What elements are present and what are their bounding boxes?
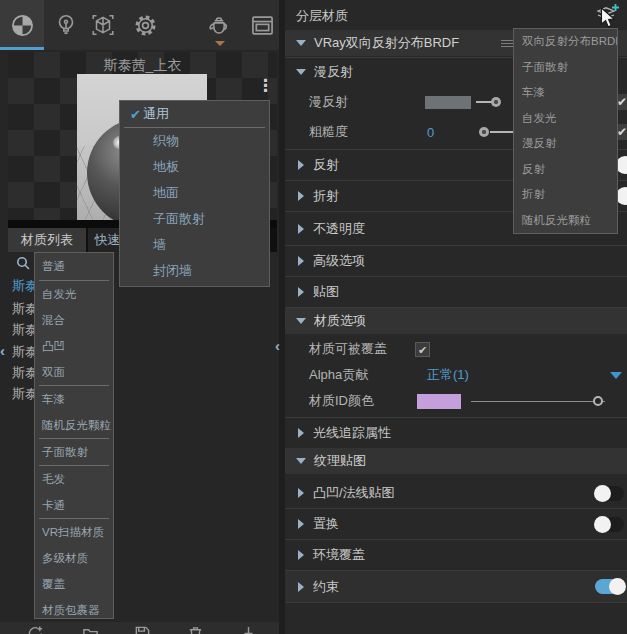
expand-triangle-icon[interactable]	[298, 519, 304, 529]
menu-item[interactable]: 随机反光颗粒	[514, 208, 617, 234]
tool-settings[interactable]	[123, 0, 167, 50]
menu-item[interactable]: 卡通	[35, 492, 113, 518]
alpha-label: Alpha贡献	[309, 366, 368, 384]
open-folder-icon[interactable]	[82, 625, 99, 634]
collapse-triangle-icon[interactable]	[296, 318, 306, 324]
displacement-toggle[interactable]	[595, 517, 624, 532]
section-label: 置换	[313, 515, 339, 533]
menu-item[interactable]: 毛发	[35, 466, 113, 492]
expand-triangle-icon[interactable]	[298, 550, 304, 560]
render-dropdown-caret[interactable]	[215, 41, 225, 46]
menu-item[interactable]: 漫反射	[514, 131, 617, 157]
section-label: 反射	[313, 156, 339, 174]
menu-item[interactable]: 车漆	[514, 80, 617, 106]
alpha-dropdown-chevron-icon[interactable]	[610, 372, 622, 379]
menu-item[interactable]: VR扫描材质	[35, 519, 113, 545]
material-id-color-swatch[interactable]	[417, 394, 461, 409]
expand-triangle-icon[interactable]	[298, 160, 304, 170]
section-raytrace[interactable]: 光线追踪属性	[285, 418, 627, 448]
expand-triangle-icon[interactable]	[298, 256, 304, 266]
collapse-triangle-icon[interactable]	[296, 40, 306, 46]
collapse-triangle-icon[interactable]	[296, 69, 306, 75]
menu-item[interactable]: 普通	[35, 253, 113, 280]
roughness-slider-track[interactable]	[490, 131, 514, 133]
section-environment-override[interactable]: 环境覆盖	[285, 540, 627, 570]
save-icon[interactable]	[134, 625, 151, 634]
expand-triangle-icon[interactable]	[298, 582, 304, 592]
collapse-right-panel-icon[interactable]: ‹	[275, 337, 280, 354]
tool-material-ball[interactable]	[0, 0, 44, 50]
delete-trash-icon[interactable]	[187, 625, 204, 634]
light-bulb-icon	[53, 12, 79, 38]
diffuse-label: 漫反射	[309, 93, 348, 111]
section-displacement[interactable]: 置换	[285, 509, 627, 539]
menu-item[interactable]: 材质包裹器	[35, 597, 113, 623]
section-material-options-header[interactable]: 材质选项	[285, 308, 627, 334]
menu-item[interactable]: 墙	[120, 232, 269, 258]
tab-material-list[interactable]: 材质列表	[8, 228, 86, 252]
menu-item[interactable]: 凸凹	[35, 333, 113, 359]
menu-item[interactable]: 多级材质	[35, 545, 113, 571]
menu-item[interactable]: 双向反射分布BRDF	[514, 29, 617, 55]
roughness-label: 粗糙度	[309, 123, 348, 141]
menu-item[interactable]: 地面	[120, 180, 269, 206]
override-label: 材质可被覆盖	[309, 340, 387, 358]
add-material-icon[interactable]	[27, 625, 44, 634]
menu-item[interactable]: 随机反光颗粒	[35, 412, 113, 438]
panel-title: 分层材质	[296, 7, 348, 25]
tool-render-window[interactable]	[240, 0, 284, 50]
purge-broom-icon[interactable]	[240, 625, 257, 634]
roughness-slider-handle[interactable]	[479, 127, 489, 137]
expand-triangle-icon[interactable]	[298, 287, 304, 297]
section-bump[interactable]: 凸凹/法线贴图	[285, 478, 627, 508]
material-ball-icon	[9, 12, 36, 39]
top-toolbar	[0, 0, 279, 50]
bump-toggle[interactable]	[595, 486, 624, 501]
alpha-value-dropdown[interactable]: 正常(1)	[427, 366, 469, 384]
collapse-triangle-icon[interactable]	[296, 458, 306, 464]
roughness-value[interactable]: 0	[427, 125, 434, 140]
tool-render[interactable]	[197, 0, 241, 50]
material-id-label: 材质ID颜色	[309, 392, 374, 410]
expand-triangle-icon[interactable]	[298, 224, 304, 234]
section-label: 不透明度	[313, 220, 365, 238]
settings-gear-icon	[132, 12, 159, 39]
diffuse-color-swatch[interactable]	[425, 96, 471, 109]
menu-item[interactable]: 折射	[514, 182, 617, 208]
expand-triangle-icon[interactable]	[298, 428, 304, 438]
material-id-slider-track[interactable]	[471, 401, 605, 402]
menu-item[interactable]: 双面	[35, 359, 113, 385]
override-checkbox[interactable]: ✔	[415, 342, 430, 357]
menu-item[interactable]: 地板	[120, 154, 269, 180]
menu-item-checked[interactable]: ✔ 通用	[120, 101, 269, 127]
menu-item[interactable]: 自发光	[35, 281, 113, 307]
menu-item[interactable]: 封闭墙	[120, 258, 269, 284]
menu-item[interactable]: 混合	[35, 307, 113, 333]
preview-options-dots-icon[interactable]: ⋮	[257, 82, 274, 90]
material-id-slider-handle[interactable]	[593, 396, 603, 406]
material-id-row: 材质ID颜色	[285, 388, 627, 414]
menu-item[interactable]: 车漆	[35, 386, 113, 412]
material-name-title: 斯泰茜_上衣	[8, 57, 277, 75]
menu-item[interactable]: 织物	[120, 128, 269, 154]
menu-item[interactable]: 反射	[514, 157, 617, 183]
menu-item[interactable]: 子面散射	[120, 206, 269, 232]
section-advanced-options[interactable]: 高级选项	[285, 246, 627, 276]
collapse-left-panel-icon[interactable]: ‹	[0, 342, 5, 359]
tool-geometry[interactable]	[81, 0, 125, 50]
menu-item[interactable]: 自发光	[514, 106, 617, 132]
expand-triangle-icon[interactable]	[298, 191, 304, 201]
menu-item[interactable]: 子面散射	[35, 439, 113, 465]
expand-triangle-icon[interactable]	[298, 488, 304, 498]
section-label: 凸凹/法线贴图	[313, 484, 395, 502]
section-constraint[interactable]: 约束	[285, 571, 627, 602]
category-menu: ✔ 通用 织物 地板 地面 子面散射 墙 封闭墙	[119, 100, 270, 287]
diffuse-slider-handle[interactable]	[491, 97, 501, 107]
menu-item[interactable]: 覆盖	[35, 571, 113, 597]
mouse-cursor	[600, 8, 616, 29]
section-texture-maps-header[interactable]: 纹理贴图	[285, 448, 627, 474]
constraint-toggle[interactable]	[595, 579, 624, 594]
material-actions-bar	[0, 622, 279, 634]
menu-item[interactable]: 子面散射	[514, 55, 617, 81]
section-maps[interactable]: 贴图	[285, 277, 627, 307]
